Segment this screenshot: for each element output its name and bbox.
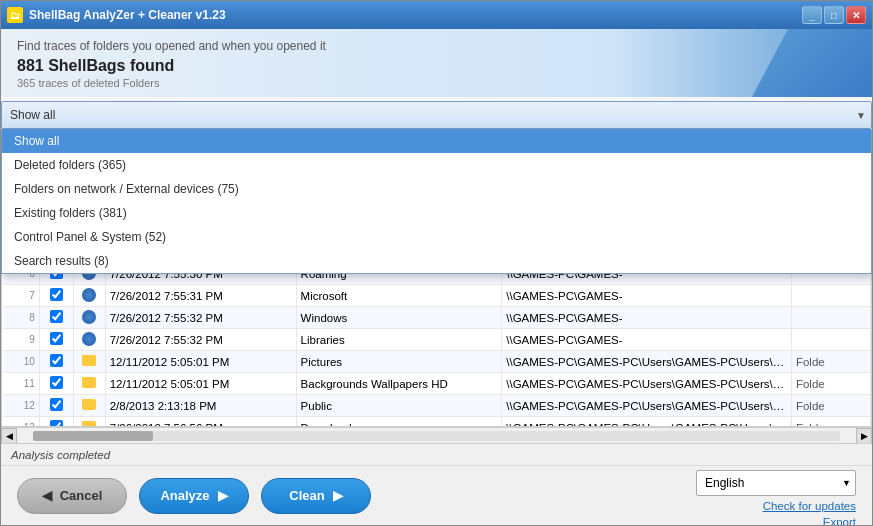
folder-icon [82, 399, 96, 410]
language-select[interactable]: English Français Deutsch Español Italian… [696, 470, 856, 496]
row-icon-cell [74, 373, 106, 395]
analyze-arrow: ▶ [218, 488, 228, 503]
horizontal-scrollbar[interactable]: ◀ ▶ [1, 427, 872, 443]
table-row: 9 7/26/2012 7:55:32 PM Libraries \\GAMES… [3, 329, 871, 351]
filter-option-network[interactable]: Folders on network / External devices (7… [2, 177, 871, 201]
close-button[interactable]: ✕ [846, 6, 866, 24]
row-checkbox[interactable] [50, 376, 63, 389]
window-title: ShellBag AnalyZer + Cleaner v1.23 [29, 8, 226, 22]
filter-dropdown[interactable]: Show all Deleted folders (365) Folders o… [1, 101, 872, 129]
row-checkbox[interactable] [50, 354, 63, 367]
status-bar: Analysis completed [1, 443, 872, 465]
row-path: \\GAMES-PC\GAMES- [502, 329, 792, 351]
window-controls: _ □ ✕ [802, 6, 866, 24]
row-visited: 7/26/2012 7:55:32 PM [105, 307, 296, 329]
folder-icon [82, 355, 96, 366]
row-icon-cell [74, 395, 106, 417]
row-folder: Libraries [296, 329, 502, 351]
table-row: 10 12/11/2012 5:05:01 PM Pictures \\GAME… [3, 351, 871, 373]
row-checkbox-cell [39, 395, 73, 417]
row-folder: Pictures [296, 351, 502, 373]
row-checkbox-cell [39, 417, 73, 427]
row-extra: Folde [791, 417, 870, 427]
clean-label: Clean [289, 488, 324, 503]
row-extra [791, 307, 870, 329]
scroll-right-btn[interactable]: ▶ [856, 428, 872, 444]
cancel-label: Cancel [60, 488, 103, 503]
clean-button[interactable]: Clean ▶ [261, 478, 371, 514]
row-checkbox[interactable] [50, 332, 63, 345]
export-link[interactable]: Export [823, 516, 856, 525]
row-visited: 7/26/2012 7:55:31 PM [105, 285, 296, 307]
row-checkbox[interactable] [50, 310, 63, 323]
folder-icon [82, 421, 96, 426]
row-checkbox[interactable] [50, 420, 63, 426]
status-text: Analysis completed [11, 449, 110, 461]
scroll-track [33, 431, 840, 441]
bottom-right-panel: English Français Deutsch Español Italian… [696, 470, 856, 525]
app-icon: 🗂 [7, 7, 23, 23]
filter-option-existing[interactable]: Existing folders (381) [2, 201, 871, 225]
title-bar-left: 🗂 ShellBag AnalyZer + Cleaner v1.23 [7, 7, 226, 23]
row-visited: 7/26/2012 7:55:32 PM [105, 329, 296, 351]
row-extra: Folde [791, 373, 870, 395]
analyze-label: Analyze [160, 488, 209, 503]
row-visited: 12/11/2012 5:05:01 PM [105, 351, 296, 373]
analyze-button[interactable]: Analyze ▶ [139, 478, 249, 514]
row-checkbox[interactable] [50, 288, 63, 301]
row-checkbox-cell [39, 329, 73, 351]
row-folder: Microsoft [296, 285, 502, 307]
row-extra [791, 329, 870, 351]
filter-option-show-all[interactable]: Show all [2, 129, 871, 153]
row-icon-cell [74, 329, 106, 351]
row-folder: Windows [296, 307, 502, 329]
row-icon-cell [74, 417, 106, 427]
scroll-thumb[interactable] [33, 431, 153, 441]
globe-icon [82, 310, 96, 324]
table-row: 13 7/26/2012 7:56:56 PM Downloads \\GAME… [3, 417, 871, 427]
title-bar: 🗂 ShellBag AnalyZer + Cleaner v1.23 _ □ … [1, 1, 872, 29]
maximize-button[interactable]: □ [824, 6, 844, 24]
row-icon-cell [74, 307, 106, 329]
table-row: 8 7/26/2012 7:55:32 PM Windows \\GAMES-P… [3, 307, 871, 329]
main-window: 🗂 ShellBag AnalyZer + Cleaner v1.23 _ □ … [0, 0, 873, 526]
globe-icon [82, 288, 96, 302]
row-visited: 2/8/2013 2:13:18 PM [105, 395, 296, 417]
filter-option-control-panel[interactable]: Control Panel & System (52) [2, 225, 871, 249]
cancel-button[interactable]: ◀ Cancel [17, 478, 127, 514]
row-num: 7 [3, 285, 40, 307]
filter-option-deleted[interactable]: Deleted folders (365) [2, 153, 871, 177]
row-path: \\GAMES-PC\GAMES-PC\Users\GAMES-PC\Users… [502, 351, 792, 373]
app-header: Find traces of folders you opened and wh… [1, 29, 872, 97]
header-sub2: 365 traces of deleted Folders [17, 77, 856, 89]
row-checkbox-cell [39, 373, 73, 395]
minimize-button[interactable]: _ [802, 6, 822, 24]
row-num: 12 [3, 395, 40, 417]
row-visited: 7/26/2012 7:56:56 PM [105, 417, 296, 427]
language-select-wrapper: English Français Deutsch Español Italian… [696, 470, 856, 496]
header-subtitle: Find traces of folders you opened and wh… [17, 39, 856, 53]
filter-dropdown-wrapper: Show all Deleted folders (365) Folders o… [1, 101, 872, 129]
bottom-bar: ◀ Cancel Analyze ▶ Clean ▶ English Franç… [1, 465, 872, 525]
filter-row: Show all Deleted folders (365) Folders o… [1, 97, 872, 129]
row-icon-cell [74, 285, 106, 307]
scroll-left-btn[interactable]: ◀ [1, 428, 17, 444]
row-path: \\GAMES-PC\GAMES-PC\Users\GAMES-PC\Users… [502, 373, 792, 395]
row-folder: Backgrounds Wallpapers HD [296, 373, 502, 395]
filter-option-search[interactable]: Search results (8) [2, 249, 871, 273]
main-content: Show all Deleted folders (365) Folders o… [1, 97, 872, 525]
clean-arrow: ▶ [333, 488, 343, 503]
folder-icon [82, 377, 96, 388]
header-title: 881 ShellBags found [17, 57, 856, 75]
row-path: \\GAMES-PC\GAMES-PC\Users\GAMES-PC\Users… [502, 395, 792, 417]
row-checkbox[interactable] [50, 398, 63, 411]
row-path: \\GAMES-PC\GAMES-PC\Users\GAMES-PC\Users… [502, 417, 792, 427]
row-extra [791, 285, 870, 307]
row-checkbox-cell [39, 351, 73, 373]
row-num: 11 [3, 373, 40, 395]
row-folder: Downloads [296, 417, 502, 427]
check-updates-link[interactable]: Check for updates [763, 500, 856, 512]
row-num: 13 [3, 417, 40, 427]
table-row: 7 7/26/2012 7:55:31 PM Microsoft \\GAMES… [3, 285, 871, 307]
filter-dropdown-overlay: Show all Deleted folders (365) Folders o… [1, 129, 872, 274]
